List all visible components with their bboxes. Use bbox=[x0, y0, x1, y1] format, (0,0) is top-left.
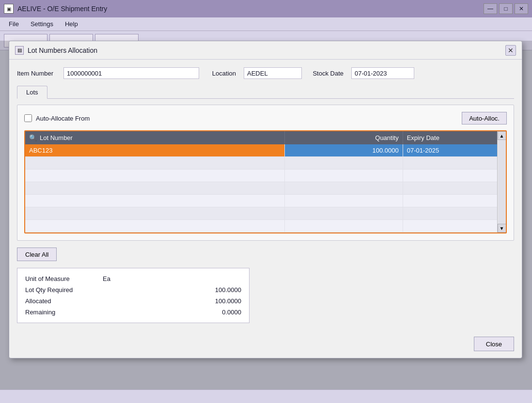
allocated-row: Allocated 100.0000 bbox=[25, 295, 241, 307]
allocated-value: 100.0000 bbox=[103, 297, 241, 305]
lot-number-cell: ABC123 bbox=[25, 144, 285, 157]
scroll-track bbox=[498, 140, 506, 224]
lot-numbers-dialog: ▤ Lot Numbers Allocation ✕ Item Number L… bbox=[9, 41, 522, 358]
form-row: Item Number Location Stock Date bbox=[17, 67, 514, 79]
table-row[interactable]: ABC123100.000007-01-2025 bbox=[25, 144, 497, 157]
auto-allocate-left: Auto-Allocate From bbox=[24, 114, 90, 122]
search-icon: 🔍 bbox=[29, 134, 37, 141]
location-input[interactable] bbox=[244, 67, 302, 79]
dialog-title-left: ▤ Lot Numbers Allocation bbox=[15, 46, 97, 55]
quantity-cell: 100.0000 bbox=[285, 144, 403, 157]
unit-of-measure-row: Unit of Measure Ea bbox=[25, 273, 241, 284]
table-main: 🔍 Lot Number Quantity Expiry Date bbox=[25, 131, 497, 232]
item-number-input[interactable] bbox=[63, 67, 199, 79]
dialog-title-bar: ▤ Lot Numbers Allocation ✕ bbox=[9, 41, 522, 60]
table-header-row: 🔍 Lot Number Quantity Expiry Date bbox=[25, 131, 497, 144]
menu-help[interactable]: Help bbox=[60, 19, 83, 29]
dialog-overlay: ▤ Lot Numbers Allocation ✕ Item Number L… bbox=[0, 41, 532, 403]
location-label: Location bbox=[207, 70, 236, 77]
lot-qty-required-value: 100.0000 bbox=[103, 286, 241, 294]
lot-qty-required-row: Lot Qty Required 100.0000 bbox=[25, 284, 241, 295]
dialog-icon: ▤ bbox=[15, 46, 24, 55]
scroll-panel: ▲ ▼ bbox=[497, 131, 506, 232]
table-row-empty bbox=[25, 170, 497, 182]
auto-allocate-button[interactable]: Auto-Alloc. bbox=[462, 112, 507, 124]
window-controls: — □ ✕ bbox=[484, 3, 528, 14]
bottom-bar bbox=[0, 389, 532, 403]
table-scroll-wrapper: 🔍 Lot Number Quantity Expiry Date bbox=[25, 131, 506, 232]
clear-all-button[interactable]: Clear All bbox=[17, 248, 57, 261]
lot-table: 🔍 Lot Number Quantity Expiry Date bbox=[25, 131, 497, 232]
dialog-close-button[interactable]: ✕ bbox=[505, 45, 516, 56]
tab-bar: Lots bbox=[17, 86, 514, 99]
app-title: AELIVE - O/E Shipment Entry bbox=[17, 5, 107, 13]
app-icon: ▣ bbox=[4, 4, 14, 14]
minimize-button[interactable]: — bbox=[484, 3, 497, 14]
lot-number-header-content: 🔍 Lot Number bbox=[29, 134, 281, 141]
tab-lots[interactable]: Lots bbox=[17, 86, 47, 99]
dialog-title: Lot Numbers Allocation bbox=[28, 46, 97, 54]
title-bar-left: ▣ AELIVE - O/E Shipment Entry bbox=[4, 4, 107, 14]
menu-bar: File Settings Help bbox=[0, 17, 532, 31]
scroll-up-button[interactable]: ▲ bbox=[498, 131, 506, 140]
table-row-empty bbox=[25, 157, 497, 170]
lots-content: Auto-Allocate From Auto-Alloc. bbox=[17, 105, 514, 241]
summary-box: Unit of Measure Ea Lot Qty Required 100.… bbox=[17, 268, 250, 323]
table-row-empty bbox=[25, 220, 497, 232]
auto-allocate-row: Auto-Allocate From Auto-Alloc. bbox=[24, 112, 507, 124]
maximize-button[interactable]: □ bbox=[499, 3, 513, 14]
expiry-date-header: Expiry Date bbox=[403, 131, 497, 144]
table-row-empty bbox=[25, 195, 497, 207]
lot-table-container: 🔍 Lot Number Quantity Expiry Date bbox=[24, 130, 507, 233]
menu-settings[interactable]: Settings bbox=[26, 19, 58, 29]
remaining-row: Remaining 0.0000 bbox=[25, 307, 241, 318]
stock-date-label: Stock Date bbox=[310, 70, 344, 77]
scroll-down-button[interactable]: ▼ bbox=[498, 224, 506, 232]
lot-qty-required-label: Lot Qty Required bbox=[25, 286, 103, 294]
footer-close-button[interactable]: Close bbox=[474, 337, 514, 351]
dialog-footer: Close bbox=[9, 331, 522, 358]
item-number-label: Item Number bbox=[17, 70, 56, 77]
remaining-value: 0.0000 bbox=[103, 309, 241, 316]
auto-allocate-checkbox[interactable] bbox=[24, 114, 32, 122]
expiry-date-cell: 07-01-2025 bbox=[403, 144, 497, 157]
remaining-label: Remaining bbox=[25, 309, 103, 316]
table-row-empty bbox=[25, 207, 497, 220]
stock-date-input[interactable] bbox=[351, 67, 414, 79]
allocated-label: Allocated bbox=[25, 297, 103, 305]
lot-number-header: 🔍 Lot Number bbox=[25, 131, 285, 144]
unit-of-measure-label: Unit of Measure bbox=[25, 275, 103, 282]
unit-of-measure-value: Ea bbox=[103, 275, 241, 282]
auto-allocate-label: Auto-Allocate From bbox=[36, 115, 90, 122]
menu-file[interactable]: File bbox=[4, 19, 24, 29]
quantity-header: Quantity bbox=[285, 131, 403, 144]
table-row-empty bbox=[25, 182, 497, 195]
window-close-button[interactable]: ✕ bbox=[515, 3, 528, 14]
dialog-body: Item Number Location Stock Date Lots Aut… bbox=[9, 60, 522, 331]
title-bar: ▣ AELIVE - O/E Shipment Entry — □ ✕ bbox=[0, 0, 532, 17]
